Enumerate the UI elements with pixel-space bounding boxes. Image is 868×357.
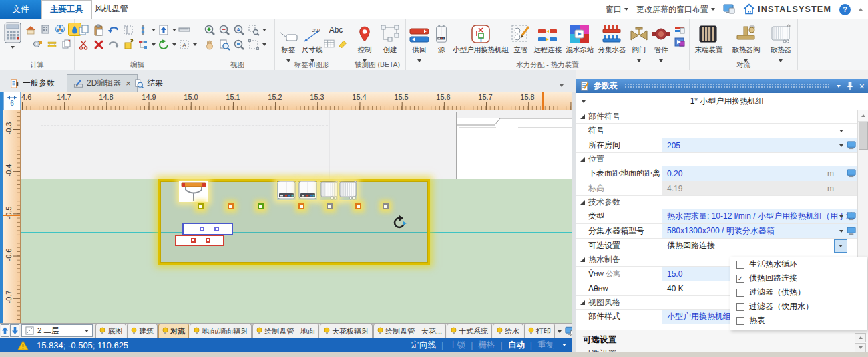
ribbon-tab-fan-coil[interactable]: 风机盘管 bbox=[87, 0, 136, 18]
note-tool-button[interactable] bbox=[337, 38, 349, 49]
riser-button[interactable]: 立管 bbox=[511, 21, 531, 60]
checkbox[interactable] bbox=[736, 317, 744, 325]
mini-export-button[interactable] bbox=[673, 37, 686, 47]
zoom-out-button[interactable] bbox=[218, 23, 231, 37]
dropdown-item-filter-heating[interactable]: 过滤器（供热） bbox=[730, 285, 867, 300]
param-value[interactable]: 小型户用换热机组 bbox=[667, 311, 731, 322]
dropdown-item-filter-potable[interactable]: 过滤器（饮用水） bbox=[730, 300, 867, 314]
pan-button[interactable] bbox=[203, 38, 216, 51]
radiator-symbol[interactable] bbox=[320, 181, 338, 200]
connection-point[interactable] bbox=[198, 203, 204, 209]
return-connection-box[interactable] bbox=[175, 235, 224, 246]
horizontal-ruler[interactable]: 4.6 14.7 14.8 14.9 15.0 15.1 15.2 15.3 1… bbox=[21, 92, 572, 110]
collapse-ribbon-icon[interactable] bbox=[859, 8, 863, 11]
section-down-button[interactable] bbox=[855, 343, 866, 352]
value-dropdown-icon[interactable] bbox=[839, 230, 843, 233]
cut-button[interactable] bbox=[77, 38, 91, 51]
dropdown-item-dhw-circulation[interactable]: 生活热水循环 bbox=[730, 257, 867, 271]
selection-header-row[interactable]: 1* 小型户用换热机组 bbox=[576, 93, 868, 110]
checkbox[interactable] bbox=[736, 303, 744, 311]
zoom-selection-button[interactable] bbox=[247, 23, 260, 37]
zoom-previous-button[interactable] bbox=[232, 38, 246, 51]
connection-point[interactable] bbox=[258, 203, 264, 209]
link-to-drawing-icon[interactable] bbox=[847, 212, 857, 221]
copy-results-button[interactable] bbox=[60, 37, 73, 51]
delete-button[interactable] bbox=[92, 38, 105, 51]
window-menu[interactable]: 窗口 bbox=[606, 4, 628, 15]
floor-selector[interactable]: 2 二层 bbox=[21, 324, 93, 337]
checkbox[interactable] bbox=[736, 261, 744, 269]
valve-button[interactable]: 阀门 bbox=[629, 21, 649, 60]
open-dropdown-button[interactable] bbox=[834, 239, 847, 253]
mini-manifold-button[interactable] bbox=[673, 25, 686, 35]
boiler-symbol[interactable] bbox=[277, 181, 296, 200]
copy-button[interactable] bbox=[77, 23, 91, 37]
param-value[interactable]: 205 bbox=[667, 141, 680, 150]
split-button[interactable] bbox=[136, 23, 150, 37]
param-value[interactable]: 580x1300x200 / 明装分水器箱 bbox=[667, 225, 775, 237]
remote-connection-button[interactable]: 远程连接 bbox=[533, 21, 563, 60]
manifold-symbol[interactable] bbox=[179, 181, 208, 202]
source-button[interactable]: 源 bbox=[432, 21, 451, 60]
vertical-ruler[interactable]: -0.3 -0.4 -0.5 -0.6 -0.7 bbox=[3, 110, 21, 323]
ribbon-tab-main-tools[interactable]: 主要工具 bbox=[41, 0, 92, 19]
nodes-dropdown-icon[interactable] bbox=[152, 43, 156, 46]
sheet-tab-coil-ceiling[interactable]: 绘制盘管 - 天花... bbox=[373, 324, 446, 338]
param-row-manifold-box[interactable]: 分集水器箱型号 580x1300x200 / 明装分水器箱 bbox=[576, 224, 868, 239]
table-tool-button[interactable] bbox=[323, 38, 335, 49]
supply-return-button[interactable]: 供回 bbox=[409, 21, 430, 60]
connection-point[interactable] bbox=[383, 203, 389, 209]
sheet-tab-base-plan[interactable]: 底图 bbox=[95, 324, 126, 338]
port-square[interactable] bbox=[191, 238, 196, 243]
supply-connection-box[interactable] bbox=[182, 223, 233, 235]
ruler-tool-button[interactable] bbox=[178, 23, 191, 37]
select-dropdown-icon[interactable] bbox=[193, 43, 197, 46]
toggle-repeat[interactable]: 重复 bbox=[537, 340, 554, 351]
tab-overflow-icon[interactable] bbox=[560, 84, 564, 87]
transform-button[interactable] bbox=[122, 38, 135, 51]
dimension-tool-button[interactable]: 2.0 尺寸线 bbox=[300, 21, 324, 60]
link-to-drawing-icon[interactable] bbox=[847, 227, 857, 235]
monitor-layout-button[interactable] bbox=[723, 4, 735, 15]
port-square[interactable] bbox=[214, 227, 219, 231]
settings-doc-button[interactable] bbox=[31, 37, 44, 51]
sheet-tab-ceiling-radiant[interactable]: 天花板辐射 bbox=[320, 324, 373, 338]
panel-title-bar[interactable]: 参数表 × bbox=[576, 79, 868, 93]
param-row-symbol[interactable]: 符号 bbox=[576, 124, 868, 138]
screen-layout-menu[interactable]: 更改屏幕的窗口布置 bbox=[636, 4, 715, 15]
pin-icon[interactable] bbox=[847, 82, 853, 90]
toggle-auto[interactable]: 自动 bbox=[508, 340, 525, 351]
tab-2d-editor[interactable]: 2D编辑器 × bbox=[67, 74, 138, 92]
zoom-dropdown-icon[interactable] bbox=[262, 29, 266, 31]
toggle-lock[interactable]: 上锁 bbox=[449, 340, 465, 351]
scroll-up-button[interactable] bbox=[858, 110, 868, 122]
paste-button[interactable] bbox=[92, 23, 105, 37]
floor-up-button[interactable] bbox=[1, 324, 9, 337]
file-menu-button[interactable]: 文件 bbox=[0, 0, 41, 19]
bottom-section-row[interactable]: 可选设置 bbox=[583, 348, 616, 352]
frame-dropdown-icon[interactable] bbox=[262, 43, 266, 46]
link-to-drawing-icon[interactable] bbox=[847, 141, 857, 150]
axo-create-button[interactable]: 创建 bbox=[378, 21, 402, 60]
port-square[interactable] bbox=[206, 238, 210, 243]
param-value[interactable]: 供热回路连接 bbox=[667, 240, 715, 251]
connection-point[interactable] bbox=[228, 203, 234, 209]
terminal-unit-button[interactable]: 末端装置 bbox=[692, 21, 725, 60]
panel-close-icon[interactable]: × bbox=[859, 82, 865, 91]
scroll-thumb[interactable] bbox=[859, 122, 868, 150]
sheet-tab-floor-wall-radiant[interactable]: 地面/墙面辐射 bbox=[190, 324, 252, 338]
cooling-module-button[interactable] bbox=[53, 23, 67, 36]
mixing-station-button[interactable]: 混水泵站 bbox=[565, 21, 595, 60]
param-row-distance-to-floor[interactable]: 下表面距地面的距离 0.20 m bbox=[576, 166, 868, 181]
toggle-orientation-line[interactable]: 定向线 bbox=[411, 340, 437, 351]
split-dropdown-icon[interactable] bbox=[152, 29, 156, 31]
connection-point[interactable] bbox=[298, 203, 304, 209]
param-value[interactable]: 15.0 bbox=[667, 269, 682, 279]
boiler-symbol[interactable] bbox=[298, 181, 317, 200]
project-home-button[interactable] bbox=[24, 23, 37, 36]
undo-button[interactable] bbox=[107, 23, 120, 37]
rotate-dropdown-icon[interactable] bbox=[172, 43, 176, 46]
connection-point[interactable] bbox=[355, 203, 361, 209]
param-row-optional-settings[interactable]: 可选设置 供热回路连接 bbox=[576, 239, 868, 253]
crop-frame-button[interactable] bbox=[122, 23, 135, 37]
